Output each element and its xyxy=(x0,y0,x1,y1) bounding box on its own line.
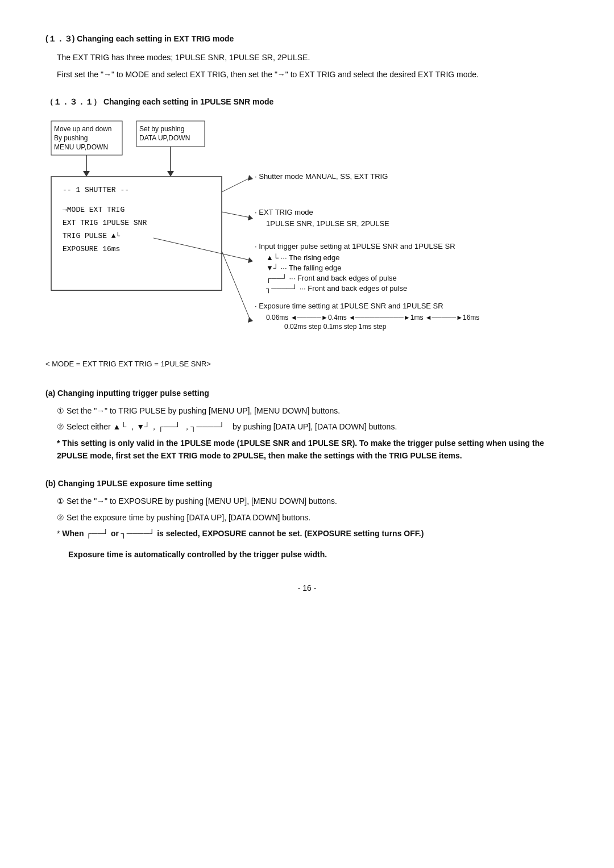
svg-text:EXT TRIG   1PULSE SNR: EXT TRIG 1PULSE SNR xyxy=(63,219,147,227)
svg-text:Set by pushing: Set by pushing xyxy=(139,125,184,133)
svg-line-21 xyxy=(154,238,250,260)
svg-text:By pushing: By pushing xyxy=(54,134,88,142)
body-text-1: The EXT TRIG has three modes; 1PULSE SNR… xyxy=(57,51,569,64)
page-number: - 16 - xyxy=(45,583,569,592)
svg-text:EXPOSURE   16ms: EXPOSURE 16ms xyxy=(63,245,120,253)
svg-line-19 xyxy=(222,212,250,218)
svg-text:→MODE        EXT TRIG: →MODE EXT TRIG xyxy=(63,206,125,214)
svg-text:-- 1  SHUTTER --: -- 1 SHUTTER -- xyxy=(63,186,129,194)
svg-text:· Shutter mode   MANUAL, SS, E: · Shutter mode MANUAL, SS, EXT TRIG xyxy=(255,172,388,181)
svg-text:0.02ms step         0.1ms step: 0.02ms step 0.1ms step 1ms step xyxy=(284,323,387,331)
svg-marker-18 xyxy=(248,175,253,181)
section-b-step2: ② Set the exposure time by pushing [DATA… xyxy=(57,511,569,524)
svg-text:· Input trigger pulse setting : · Input trigger pulse setting at 1PULSE … xyxy=(255,242,455,251)
section-a-step2: ② Select either ▲└ ，▼┘，┌──┘ ，┐────┘ by p… xyxy=(57,420,569,433)
svg-text:┌──┘  ···  Front and back edge: ┌──┘ ··· Front and back edges of pulse xyxy=(266,274,397,283)
svg-text:▲└  ···  The rising edge: ▲└ ··· The rising edge xyxy=(266,253,340,262)
section-a-title: (a) Changing inputting trigger pulse set… xyxy=(45,389,569,398)
section-a-step1: ① Set the "→" to TRIG PULSE by pushing [… xyxy=(57,404,569,417)
subsection-title: （１．３．１） Changing each setting in 1PULSE … xyxy=(45,97,569,107)
svg-marker-22 xyxy=(248,257,253,263)
svg-line-23 xyxy=(222,251,250,320)
svg-marker-20 xyxy=(248,215,253,220)
svg-text:1PULSE SNR, 1PULSE SR, 2PULSE: 1PULSE SNR, 1PULSE SR, 2PULSE xyxy=(266,219,389,228)
section-b-note2: Exposure time is automatically controlle… xyxy=(68,548,569,561)
svg-text:· Exposure time setting at 1PU: · Exposure time setting at 1PULSE SNR an… xyxy=(255,302,443,310)
svg-text:DATA UP,DOWN: DATA UP,DOWN xyxy=(139,134,190,142)
section-b-note: * When ┌──┘ or ┐────┘ is selected, EXPOS… xyxy=(57,527,569,540)
section-title: (１．３) Changing each setting in EXT TRIG … xyxy=(45,34,569,44)
svg-line-17 xyxy=(222,178,250,192)
diagram-area: Move up and down By pushing MENU UP,DOWN… xyxy=(45,115,569,354)
section-b-step1: ① Set the "→" to EXPOSURE by pushing [ME… xyxy=(57,495,569,507)
diagram-svg: Move up and down By pushing MENU UP,DOWN… xyxy=(45,115,614,354)
svg-marker-8 xyxy=(83,171,90,177)
mode-line: < MODE = EXT TRIG EXT TRIG = 1PULSE SNR> xyxy=(45,360,569,368)
svg-marker-24 xyxy=(248,317,253,323)
body-text-2: First set the "→" to MODE and select EXT… xyxy=(57,68,569,81)
svg-text:· EXT TRIG mode: · EXT TRIG mode xyxy=(255,208,313,216)
svg-text:▼┘  ···  The falling edge: ▼┘ ··· The falling edge xyxy=(266,264,341,272)
section-a-note: * This setting is only valid in the 1PUL… xyxy=(57,437,569,462)
svg-text:TRIG PULSE  ▲└: TRIG PULSE ▲└ xyxy=(63,232,121,240)
svg-text:┐────┘  ···  Front and back ed: ┐────┘ ··· Front and back edges of pulse xyxy=(265,284,407,294)
svg-text:Move up and down: Move up and down xyxy=(54,125,111,133)
svg-text:0.06ms ◄─────►0.4ms ◄─────────: 0.06ms ◄─────►0.4ms ◄──────────►1ms ◄───… xyxy=(266,314,479,322)
section-b-title: (b) Changing 1PULSE exposure time settin… xyxy=(45,479,569,488)
svg-marker-10 xyxy=(167,171,174,177)
svg-text:MENU UP,DOWN: MENU UP,DOWN xyxy=(54,143,108,151)
